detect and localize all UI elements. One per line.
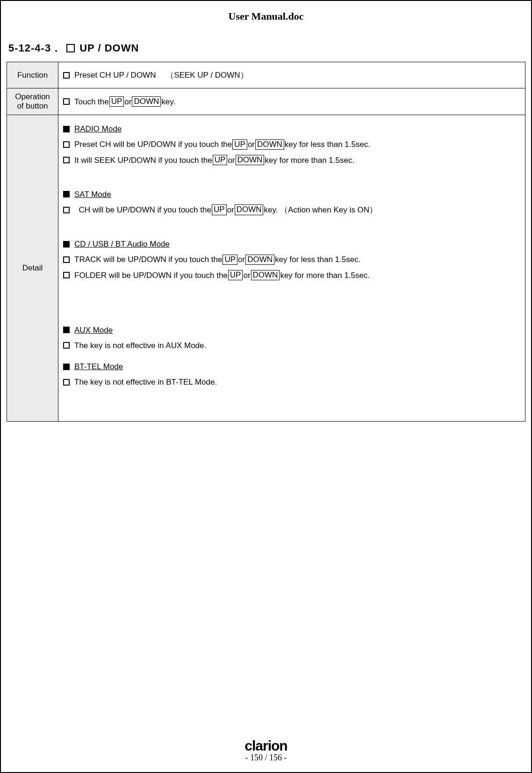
label-operation-l1: Operation <box>15 92 50 101</box>
row-operation: Operation of button Touch the UP or DOWN… <box>7 88 525 115</box>
text: It will SEEK UP/DOWN if you touch the <box>74 154 212 167</box>
text: FOLDER will be UP/DOWN if you touch the <box>74 269 228 282</box>
black-square-icon <box>63 191 70 197</box>
heading-bttel: BT-TEL Mode <box>74 360 123 373</box>
checkbox-icon <box>63 72 70 79</box>
heading-radio: RADIO Mode <box>74 123 122 135</box>
page: User Manual.doc 5-12-4-3． UP / DOWN Func… <box>0 0 532 773</box>
text: key for less than 1.5sec. <box>285 138 370 151</box>
black-square-icon <box>63 327 70 333</box>
label-operation: Operation of button <box>7 88 58 115</box>
key-up: UP <box>109 96 124 107</box>
black-square-icon <box>63 241 70 248</box>
label-operation-l2: of button <box>17 102 48 110</box>
text: key for less than 1.5sec. <box>275 253 360 266</box>
text: Touch the <box>74 95 109 108</box>
label-function: Function <box>7 62 58 88</box>
function-text: Preset CH UP / DOWN （SEEK UP / DOWN） <box>74 69 248 81</box>
key-down: DOWN <box>255 139 284 150</box>
checkbox-icon <box>63 342 70 349</box>
spec-table: Function Preset CH UP / DOWN （SEEK UP / … <box>7 62 525 422</box>
key-down: DOWN <box>251 270 280 280</box>
heading-sat: SAT Mode <box>74 188 111 201</box>
cell-operation: Touch the UP or DOWN key. <box>58 88 525 115</box>
text: The key is not effective in BT-TEL Mode. <box>74 376 217 388</box>
cell-detail: RADIO Mode Preset CH will be UP/DOWN if … <box>58 115 525 422</box>
heading-cd: CD / USB / BT Audio Mode <box>74 238 170 250</box>
text: or <box>243 269 250 282</box>
checkbox-icon <box>63 157 70 163</box>
text: or <box>227 204 234 216</box>
footer: clarion - 150 / 156 - <box>1 738 531 763</box>
checkbox-icon <box>63 272 70 278</box>
section-number: 5-12-4-3． <box>8 41 62 55</box>
text: CH will be UP/DOWN if you touch the <box>79 204 211 216</box>
text: TRACK will be UP/DOWN if you touch the <box>74 253 222 266</box>
text: or <box>238 253 245 266</box>
black-square-icon <box>63 126 70 132</box>
row-function: Function Preset CH UP / DOWN （SEEK UP / … <box>7 62 525 88</box>
checkbox-icon <box>63 379 70 386</box>
text: key. （Action when Key is ON） <box>264 204 377 216</box>
text: key for more than 1.5sec. <box>280 269 370 282</box>
key-up: UP <box>223 255 237 265</box>
key-up: UP <box>232 139 247 150</box>
page-number: - 150 / 156 - <box>1 753 531 763</box>
key-down: DOWN <box>132 96 161 107</box>
text: The key is not effective in AUX Mode. <box>74 339 206 352</box>
text: or <box>248 138 255 151</box>
text: Preset CH will be UP/DOWN if you touch t… <box>74 138 232 151</box>
checkbox-icon <box>63 207 70 213</box>
key-up: UP <box>212 204 227 215</box>
text: or <box>228 154 235 167</box>
heading-aux: AUX Mode <box>74 324 113 336</box>
key-up: UP <box>228 270 243 280</box>
text: key for more than 1.5sec. <box>265 154 354 167</box>
brand-logo: clarion <box>1 738 531 754</box>
key-down: DOWN <box>235 204 264 215</box>
key-down: DOWN <box>245 255 274 265</box>
checkbox-icon <box>63 98 70 105</box>
text: key. <box>161 95 175 108</box>
key-up: UP <box>213 155 228 165</box>
key-down: DOWN <box>236 155 265 165</box>
section-heading: 5-12-4-3． UP / DOWN <box>8 41 525 55</box>
checkbox-icon <box>63 256 70 263</box>
text: or <box>124 95 131 108</box>
checkbox-icon <box>63 141 70 148</box>
black-square-icon <box>63 364 70 370</box>
cell-function: Preset CH UP / DOWN （SEEK UP / DOWN） <box>58 62 525 88</box>
label-detail: Detail <box>7 115 58 422</box>
row-detail: Detail RADIO Mode Preset CH will be UP/D… <box>7 115 525 422</box>
checkbox-icon <box>66 44 75 52</box>
document-title: User Manual.doc <box>7 10 525 22</box>
section-title: UP / DOWN <box>79 42 139 54</box>
